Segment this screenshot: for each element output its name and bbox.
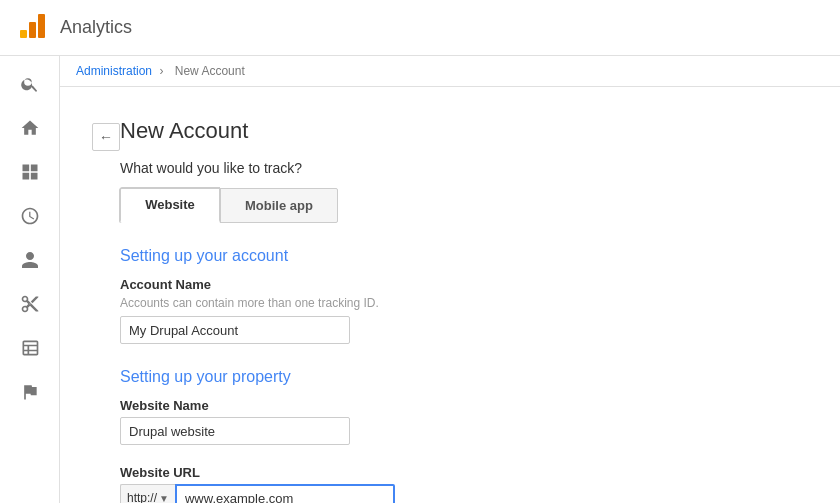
- search-icon: [20, 74, 40, 94]
- svg-rect-0: [20, 30, 27, 38]
- sidebar: [0, 56, 60, 503]
- flag-icon: [20, 382, 40, 402]
- clock-icon: [20, 206, 40, 226]
- home-icon: [20, 118, 40, 138]
- main-form: ← New Account What would you like to tra…: [60, 87, 840, 503]
- url-input-group: http:// ▼: [120, 484, 820, 503]
- breadcrumb-separator: ›: [159, 64, 163, 78]
- app-title: Analytics: [60, 17, 132, 38]
- url-protocol-dropdown-icon: ▼: [159, 493, 169, 504]
- track-question: What would you like to track?: [120, 160, 820, 176]
- url-protocol-selector[interactable]: http:// ▼: [120, 484, 175, 503]
- account-name-label: Account Name: [120, 277, 820, 292]
- property-section: Setting up your property Website Name We…: [120, 368, 820, 503]
- back-button[interactable]: ←: [92, 123, 120, 151]
- track-website-button[interactable]: Website: [120, 188, 220, 223]
- website-name-label: Website Name: [120, 398, 820, 413]
- url-protocol-text: http://: [127, 491, 157, 503]
- content-area: Administration › New Account ← New Accou…: [60, 56, 840, 503]
- sidebar-item-search[interactable]: [6, 64, 54, 104]
- account-section-title: Setting up your account: [120, 247, 820, 265]
- sidebar-item-user[interactable]: [6, 240, 54, 280]
- scissors-icon: [20, 294, 40, 314]
- grid-icon: [20, 162, 40, 182]
- sidebar-item-clock[interactable]: [6, 196, 54, 236]
- breadcrumb-current: New Account: [175, 64, 245, 78]
- header: Analytics: [0, 0, 840, 56]
- account-section: Setting up your account Account Name Acc…: [120, 247, 820, 344]
- website-url-label: Website URL: [120, 465, 820, 480]
- sidebar-item-dashboard[interactable]: [6, 152, 54, 192]
- svg-rect-1: [29, 22, 36, 38]
- sidebar-item-home[interactable]: [6, 108, 54, 148]
- breadcrumb-parent[interactable]: Administration: [76, 64, 152, 78]
- table-icon: [20, 338, 40, 358]
- breadcrumb: Administration › New Account: [60, 56, 840, 87]
- sidebar-item-scissors[interactable]: [6, 284, 54, 324]
- sidebar-item-flag[interactable]: [6, 372, 54, 412]
- website-name-input[interactable]: [120, 417, 350, 445]
- svg-rect-2: [38, 14, 45, 38]
- account-name-hint: Accounts can contain more than one track…: [120, 296, 820, 310]
- account-name-input[interactable]: [120, 316, 350, 344]
- back-arrow-icon: ←: [99, 129, 113, 145]
- main-layout: Administration › New Account ← New Accou…: [0, 56, 840, 503]
- track-options: Website Mobile app: [120, 188, 820, 223]
- track-mobile-button[interactable]: Mobile app: [220, 188, 338, 223]
- website-url-input[interactable]: [175, 484, 395, 503]
- sidebar-item-table[interactable]: [6, 328, 54, 368]
- page-title: New Account: [120, 118, 820, 144]
- property-section-title: Setting up your property: [120, 368, 820, 386]
- user-icon: [20, 250, 40, 270]
- logo: [16, 10, 48, 45]
